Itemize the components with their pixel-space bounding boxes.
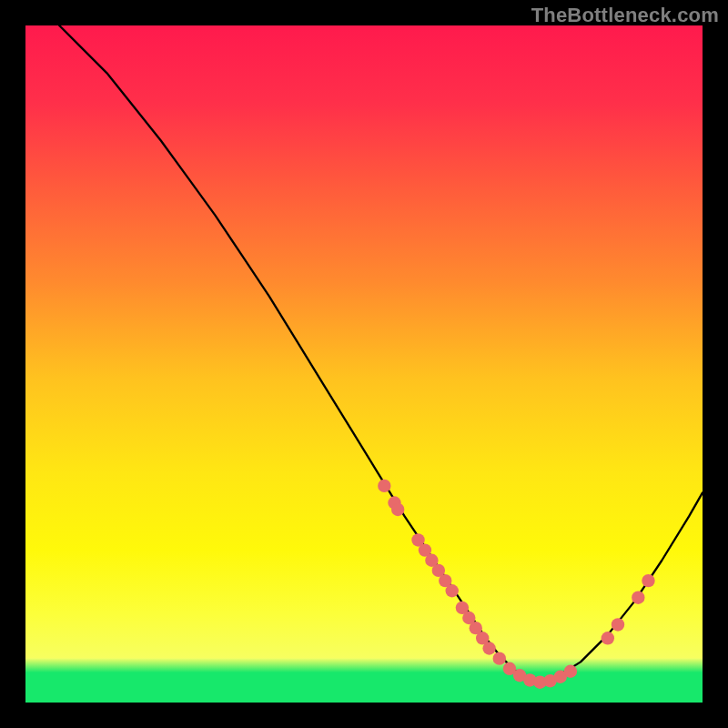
sample-dot — [378, 480, 390, 492]
sample-dot — [612, 618, 624, 631]
sample-dot — [493, 652, 506, 664]
blend-strip — [25, 658, 703, 672]
sample-dot — [564, 665, 577, 678]
sample-dot — [446, 584, 459, 597]
sample-dot — [632, 591, 644, 603]
watermark-text: TheBottleneck.com — [531, 4, 719, 27]
bottleneck-chart — [0, 0, 728, 728]
sample-dot — [391, 503, 404, 516]
sample-dot — [642, 574, 654, 587]
sample-dot — [602, 632, 614, 644]
chart-container: TheBottleneck.com — [0, 0, 728, 728]
gradient-background — [25, 25, 703, 665]
sample-dot — [482, 642, 495, 654]
